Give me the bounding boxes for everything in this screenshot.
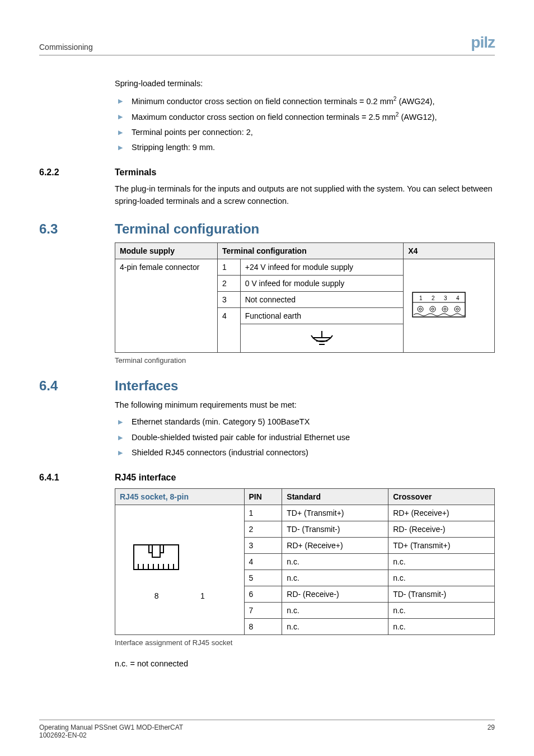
nc-note: n.c. = not connected (115, 658, 495, 670)
svg-text:1: 1 (419, 295, 423, 301)
heading-text: Interfaces (115, 378, 178, 394)
cell-pin: 1 (218, 259, 241, 275)
cell-desc: Functional earth (240, 307, 404, 324)
x4-connector-diagram: 1 2 3 4 (404, 259, 495, 352)
rj45-table: RJ45 socket, 8-pin PIN Standard Crossove… (115, 488, 495, 635)
cell-desc: +24 V infeed for module supply (240, 259, 404, 275)
cell-pin: 7 (244, 602, 282, 618)
cell-desc: Not connected (240, 291, 404, 307)
functional-earth-symbol-cell (240, 324, 404, 352)
heading-number: 6.4.1 (39, 473, 115, 483)
cell-cross: TD+ (Transmit+) (388, 537, 495, 553)
list-item: Double-shielded twisted pair cable for i… (115, 431, 495, 444)
terminals-paragraph: The plug-in terminals for the inputs and… (115, 183, 495, 208)
cell-pin: 8 (244, 618, 282, 634)
heading-6-3: 6.3 Terminal configuration (39, 221, 495, 237)
list-item: Terminal points per connection: 2, (115, 126, 495, 139)
th-x4: X4 (404, 242, 495, 259)
cell-pin: 4 (244, 553, 282, 570)
th-rj45: RJ45 socket, 8-pin (115, 488, 245, 505)
page-number: 29 (488, 724, 495, 739)
rj45-label-8: 8 (154, 591, 159, 600)
list-item: Minimum conductor cross section on field… (115, 95, 495, 108)
list-item: Stripping length: 9 mm. (115, 141, 495, 154)
heading-text: Terminals (115, 167, 156, 178)
cell-pin: 1 (244, 505, 282, 521)
heading-6-2-2: 6.2.2 Terminals (39, 167, 495, 178)
page-footer: Operating Manual PSSnet GW1 MOD-EtherCAT… (39, 720, 495, 739)
svg-text:2: 2 (432, 295, 435, 301)
cell-std: n.c. (282, 602, 388, 618)
cell-cross: n.c. (388, 553, 495, 570)
rj45-caption: Interface assignment of RJ45 socket (115, 638, 495, 647)
page-header: Commissioning pilz (39, 34, 495, 55)
cell-std: n.c. (282, 570, 388, 586)
bullet-text: Minimum conductor cross section on field… (132, 97, 394, 106)
cell-std: RD- (Receive-) (282, 586, 388, 602)
connector-icon: 1 2 3 4 (408, 288, 470, 321)
svg-point-9 (455, 306, 460, 312)
list-item: Maximum conductor cross section on field… (115, 110, 495, 124)
heading-number: 6.3 (39, 221, 115, 237)
svg-point-10 (419, 308, 421, 310)
th-pin: PIN (244, 488, 282, 505)
list-item: Shielded RJ45 connectors (industrial con… (115, 446, 495, 459)
rj45-socket-diagram: 8 1 (115, 505, 245, 634)
earth-icon (308, 330, 336, 349)
heading-text: RJ45 interface (115, 473, 176, 483)
cell-cross: n.c. (388, 618, 495, 634)
spring-terminals-lead: Spring-loaded terminals: (115, 78, 495, 90)
cell-pin: 2 (244, 521, 282, 537)
header-section: Commissioning (39, 43, 93, 52)
interfaces-list: Ethernet standards (min. Category 5) 100… (115, 416, 495, 459)
cell-pin: 4 (218, 307, 241, 352)
svg-text:4: 4 (456, 295, 460, 301)
bullet-suffix: (AWG24), (396, 97, 434, 106)
svg-point-11 (432, 308, 434, 310)
cell-std: TD- (Transmit-) (282, 521, 388, 537)
svg-point-13 (456, 308, 458, 310)
heading-number: 6.4 (39, 378, 115, 394)
cell-pin: 3 (218, 291, 241, 307)
cell-connector-label: 4-pin female connector (115, 259, 218, 352)
cell-desc: 0 V infeed for module supply (240, 275, 404, 291)
th-terminal-config: Terminal configuration (218, 242, 404, 259)
heading-6-4-1: 6.4.1 RJ45 interface (39, 473, 495, 483)
cell-pin: 6 (244, 586, 282, 602)
svg-text:3: 3 (444, 295, 447, 301)
footer-line2: 1002692-EN-02 (39, 731, 183, 739)
pilz-logo: pilz (471, 34, 495, 52)
rj45-icon (120, 539, 193, 590)
cell-cross: RD+ (Receive+) (388, 505, 495, 521)
th-standard: Standard (282, 488, 388, 505)
cell-pin: 5 (244, 570, 282, 586)
bullet-suffix: (AWG12), (399, 113, 437, 122)
cell-cross: n.c. (388, 570, 495, 586)
svg-rect-20 (152, 545, 160, 557)
terminal-config-table: Module supply Terminal configuration X4 … (115, 242, 495, 353)
cell-pin: 2 (218, 275, 241, 291)
rj45-label-1: 1 (200, 591, 205, 600)
cell-std: n.c. (282, 553, 388, 570)
heading-6-4: 6.4 Interfaces (39, 378, 495, 394)
th-crossover: Crossover (388, 488, 495, 505)
bullet-text: Maximum conductor cross section on field… (132, 113, 396, 122)
cell-std: RD+ (Receive+) (282, 537, 388, 553)
heading-number: 6.2.2 (39, 167, 115, 178)
cell-std: n.c. (282, 618, 388, 634)
svg-point-12 (444, 308, 446, 310)
svg-point-6 (418, 306, 423, 312)
cell-cross: n.c. (388, 602, 495, 618)
svg-point-8 (442, 306, 448, 312)
spring-terminals-list: Minimum conductor cross section on field… (115, 95, 495, 154)
cell-cross: TD- (Transmit-) (388, 586, 495, 602)
interfaces-lead: The following minimum requirements must … (115, 399, 495, 412)
svg-point-7 (430, 306, 435, 312)
terminal-config-caption: Terminal configuration (115, 356, 495, 365)
cell-pin: 3 (244, 537, 282, 553)
cell-std: TD+ (Transmit+) (282, 505, 388, 521)
list-item: Ethernet standards (min. Category 5) 100… (115, 416, 495, 428)
heading-text: Terminal configuration (115, 221, 259, 237)
th-module-supply: Module supply (115, 242, 218, 259)
footer-line1: Operating Manual PSSnet GW1 MOD-EtherCAT (39, 724, 183, 731)
